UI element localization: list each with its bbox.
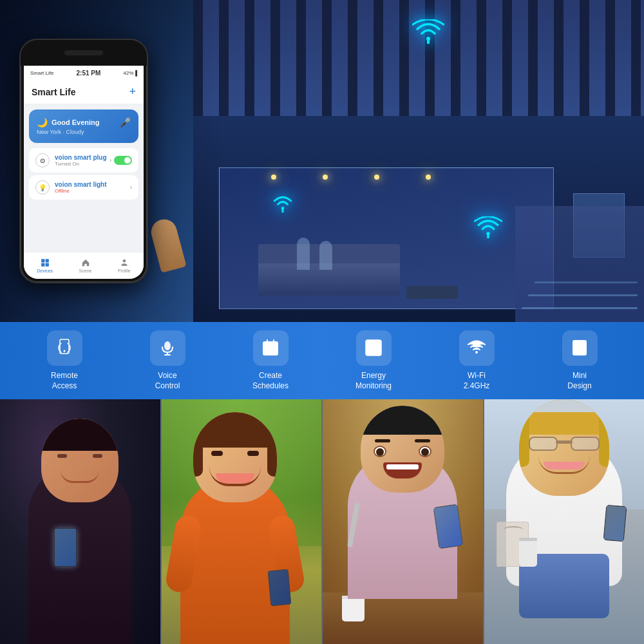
table-3 [323, 592, 483, 644]
phone-4 [603, 505, 627, 542]
phone-screen-4 [603, 506, 626, 541]
person-1 [15, 406, 144, 644]
eye-2 [93, 454, 102, 458]
coffee-cup-3 [342, 596, 365, 621]
building-background [193, 0, 644, 322]
hat-brim-4 [519, 399, 609, 412]
eye-left-3 [374, 446, 386, 457]
svg-point-7 [122, 260, 126, 263]
feature-wifi: Wi-Fi2.4GHz [425, 330, 528, 391]
device-icon-plug: ⊙ [35, 153, 50, 167]
ceiling-light-2 [323, 175, 328, 180]
step-2 [528, 294, 638, 296]
phone-screen-3 [434, 505, 462, 548]
feature-create-schedules: CreateSchedules [219, 330, 322, 391]
head-4 [519, 399, 609, 496]
lips-4 [544, 462, 585, 469]
svg-point-26 [576, 346, 579, 349]
ceiling-light-4 [426, 175, 431, 180]
features-bar: RemoteAccess VoiceControl [0, 322, 644, 399]
photo-cell-4 [484, 399, 645, 644]
hair-2 [193, 412, 277, 448]
hair-3 [361, 406, 444, 435]
device-status-light: Offline [55, 188, 107, 194]
nav-profile[interactable]: Profile [118, 258, 131, 273]
nav-devices[interactable]: Devices [37, 258, 53, 273]
phone-in-hand-1 [54, 528, 77, 567]
svg-rect-5 [41, 263, 44, 267]
svg-rect-4 [45, 259, 48, 262]
feature-label-energy-monitoring: EnergyMonitoring [355, 371, 392, 391]
teeth-2 [216, 473, 254, 483]
bag-handle-4 [504, 526, 523, 533]
phone-time: 2:51 PM [76, 70, 100, 77]
svg-point-11 [164, 341, 171, 350]
glasses-left-4 [529, 437, 558, 451]
svg-point-1 [486, 232, 489, 235]
device-left-light: 💡 voion smart light Offline [35, 180, 107, 194]
device-controls-light: › [130, 184, 132, 191]
device-controls-plug: › [109, 156, 132, 165]
coffee-table [406, 286, 458, 299]
photo-cell-1 [0, 399, 160, 644]
hair-side-left-2 [193, 425, 203, 477]
toggle-plug[interactable] [114, 156, 132, 165]
svg-rect-28 [576, 351, 583, 353]
feature-icon-voice-control [150, 330, 185, 366]
smile-1 [61, 470, 99, 483]
house-exterior [193, 116, 644, 322]
device-info-plug: voion smart plug Turned On [55, 154, 107, 167]
ceiling-light-3 [374, 175, 379, 180]
svg-point-10 [64, 350, 66, 352]
device-name-plug: voion smart plug [55, 154, 107, 161]
pupil-left-3 [376, 448, 384, 456]
device-item-plug[interactable]: ⊙ voion smart plug Turned On › [29, 148, 138, 173]
moon-icon: 🌙 [37, 117, 48, 128]
feature-label-create-schedules: CreateSchedules [252, 371, 289, 391]
step-3 [535, 281, 638, 283]
phone-mockup: Smart Life 2:51 PM 42%▐ Smart Life + 🌙 G… [19, 39, 161, 296]
wifi-icon-middle [474, 216, 502, 238]
feature-voice-control: VoiceControl [116, 330, 219, 391]
feature-icon-create-schedules [253, 330, 289, 366]
eyebrow-right-3 [415, 439, 430, 442]
eyebrow-left-3 [375, 439, 390, 442]
svg-rect-6 [45, 263, 48, 267]
feature-icon-wifi [459, 330, 495, 366]
svg-rect-22 [269, 351, 272, 353]
mic-icon[interactable]: 🎤 [120, 117, 131, 128]
nav-scene[interactable]: Scene [79, 258, 92, 273]
svg-point-24 [475, 351, 478, 354]
device-icon-light: 💡 [35, 180, 50, 194]
feature-remote-access: RemoteAccess [13, 330, 116, 391]
eye-right-3 [419, 446, 431, 457]
phone-3 [433, 504, 464, 549]
feature-icon-energy-monitoring [356, 330, 392, 366]
svg-rect-20 [272, 348, 275, 350]
glasses-right-4 [571, 437, 600, 451]
hair-1 [41, 419, 118, 451]
greeting-card: 🌙 Good Evening 🎤 New York · Cloudy [29, 109, 138, 143]
phone-screen: Smart Life 2:51 PM 42%▐ Smart Life + 🌙 G… [24, 66, 144, 279]
phone-nav: Devices Scene Profile [24, 252, 144, 279]
mouth-open-3 [383, 462, 422, 478]
feature-label-voice-control: VoiceControl [155, 371, 180, 391]
svg-point-0 [426, 37, 430, 41]
phone-status-bar: Smart Life 2:51 PM 42%▐ [24, 66, 144, 80]
phone-add-button[interactable]: + [129, 85, 136, 99]
feature-mini-design: MiniDesign [528, 330, 631, 391]
phone-battery: 42%▐ [123, 70, 137, 76]
interior-scene [220, 168, 553, 308]
phone-screen-glow-1 [55, 529, 76, 566]
hair-side-right-4 [599, 409, 609, 467]
staircase-area [515, 206, 644, 322]
glasses-bridge-4 [556, 440, 573, 444]
cup-lid-4 [519, 538, 537, 541]
svg-rect-19 [269, 348, 272, 350]
step-1 [522, 307, 638, 309]
device-name-light: voion smart light [55, 181, 107, 188]
wifi-icon-top [412, 19, 444, 44]
device-item-light[interactable]: 💡 voion smart light Offline › [29, 175, 138, 200]
feature-energy-monitoring: EnergyMonitoring [322, 330, 425, 391]
person-silhouette-1 [297, 238, 310, 270]
